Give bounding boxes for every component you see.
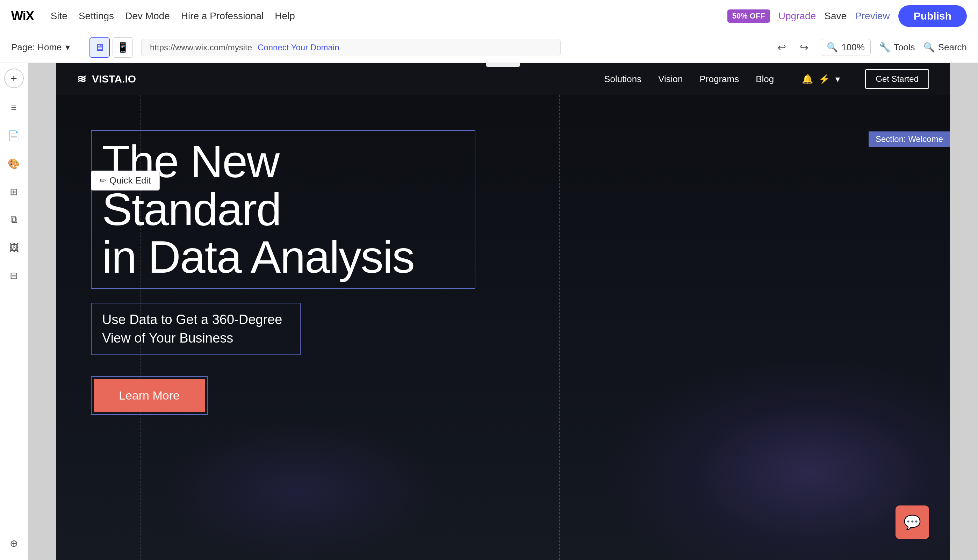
zoom-control[interactable]: 🔍 100% — [821, 39, 871, 56]
undo-redo-group: ↩ ↪ — [773, 39, 812, 56]
pencil-icon: ✏ — [100, 176, 106, 185]
mobile-icon: 📱 — [117, 42, 129, 53]
hero-cta-button[interactable]: Learn More — [94, 379, 205, 412]
chevron-up-icon: ▲ — [500, 63, 506, 65]
sidebar-item-layers[interactable]: ⊕ — [3, 532, 25, 554]
connect-domain-link[interactable]: Connect Your Domain — [258, 43, 339, 52]
hero-glow-effect-2 — [161, 420, 440, 560]
sidebar-item-data[interactable]: ⊟ — [3, 264, 25, 287]
plus-icon: + — [10, 72, 17, 85]
search-label: Search — [938, 42, 967, 53]
dropdown-icon[interactable]: ▾ — [835, 74, 840, 85]
device-buttons: 🖥 📱 — [90, 37, 133, 58]
top-toolbar: WiX Site Settings Dev Mode Hire a Profes… — [0, 0, 978, 32]
save-button[interactable]: Save — [824, 10, 846, 22]
site-nav: ≋ VISTA.IO Solutions Vision Programs Blo… — [56, 63, 950, 95]
hero-title-box[interactable]: The New Standardin Data Analysis — [91, 130, 475, 289]
site-nav-links: Solutions Vision Programs Blog 🔔 ⚡ ▾ Get… — [604, 69, 929, 89]
sidebar-item-apps[interactable]: ⊞ — [3, 180, 25, 203]
wix-logo: WiX — [11, 9, 34, 23]
hero-subtitle-box[interactable]: Use Data to Get a 360-DegreeView of Your… — [91, 303, 301, 355]
add-elements-button[interactable]: + — [4, 68, 24, 88]
discount-badge: 50% OFF — [727, 10, 770, 23]
notification-icon[interactable]: 🔔 — [802, 74, 813, 85]
site-nav-icons: 🔔 ⚡ ▾ — [802, 74, 840, 85]
get-started-button[interactable]: Get Started — [865, 69, 929, 89]
tools-label: Tools — [894, 42, 915, 53]
data-icon: ⊟ — [10, 270, 18, 282]
sidebar-bottom: ⊕ — [3, 532, 25, 554]
nav-blog[interactable]: Blog — [756, 74, 774, 85]
search-icon: 🔍 — [923, 42, 935, 53]
nav-programs[interactable]: Programs — [700, 74, 739, 85]
mobile-device-btn[interactable]: 📱 — [113, 37, 133, 58]
logo-icon: ≋ — [77, 72, 86, 86]
nav-solutions[interactable]: Solutions — [604, 74, 641, 85]
sidebar-item-widgets[interactable]: ⧉ — [3, 208, 25, 231]
website-canvas: ▲ ≋ VISTA.IO Solutions Vision Programs B… — [56, 63, 950, 560]
nav-site[interactable]: Site — [51, 10, 67, 22]
hero-cta-box: Learn More — [91, 376, 208, 415]
nav-settings[interactable]: Settings — [78, 10, 114, 22]
layers-icon: ⊕ — [10, 538, 18, 549]
widgets-icon: ⧉ — [10, 214, 17, 225]
toolbar-right: 50% OFF Upgrade Save Preview Publish — [727, 5, 967, 27]
pages-icon: 📄 — [8, 130, 20, 142]
toolbar-controls-right: ↩ ↪ 🔍 100% 🔧 Tools 🔍 Search — [773, 39, 967, 56]
left-sidebar: + ≡ 📄 🎨 ⊞ ⧉ 🖼 ⊟ ⊕ — [0, 63, 28, 560]
url-bar: https://www.wix.com/mysite Connect Your … — [141, 39, 561, 56]
quick-edit-button[interactable]: ✏ Quick Edit — [91, 171, 160, 190]
guide-line-right — [559, 95, 950, 560]
redo-button[interactable]: ↪ — [796, 39, 812, 56]
hero-section: ✏ Quick Edit The New Standardin Data Ana… — [56, 95, 950, 560]
nav-vision[interactable]: Vision — [658, 74, 683, 85]
flash-icon[interactable]: ⚡ — [819, 74, 830, 85]
logo-text: VISTA.IO — [92, 73, 136, 85]
page-label: Page: Home — [11, 42, 62, 53]
upgrade-link[interactable]: Upgrade — [778, 10, 816, 22]
page-selector[interactable]: Page: Home ▾ — [11, 42, 81, 53]
tools-button[interactable]: 🔧 Tools — [879, 42, 915, 53]
nav-hire[interactable]: Hire a Professional — [181, 10, 264, 22]
nav-devmode[interactable]: Dev Mode — [125, 10, 170, 22]
design-icon: 🎨 — [8, 158, 20, 170]
hero-subtitle: Use Data to Get a 360-DegreeView of Your… — [102, 310, 290, 347]
media-icon: 🖼 — [9, 242, 19, 253]
publish-button[interactable]: Publish — [898, 5, 967, 27]
url-text: https://www.wix.com/mysite — [150, 43, 252, 52]
hero-title: The New Standardin Data Analysis — [102, 138, 464, 281]
sidebar-item-pages[interactable]: 📄 — [3, 125, 25, 147]
tools-icon: 🔧 — [879, 42, 890, 53]
toolbar-nav: Site Settings Dev Mode Hire a Profession… — [51, 10, 295, 22]
canvas-area: ▲ ≋ VISTA.IO Solutions Vision Programs B… — [28, 63, 978, 560]
search-button[interactable]: 🔍 Search — [923, 42, 967, 53]
sidebar-item-menu[interactable]: ≡ — [3, 97, 25, 119]
preview-button[interactable]: Preview — [855, 10, 890, 22]
section-label: Section: Welcome — [869, 132, 950, 147]
menu-icon: ≡ — [11, 102, 17, 113]
site-logo: ≋ VISTA.IO — [77, 72, 136, 86]
sidebar-item-design[interactable]: 🎨 — [3, 152, 25, 175]
desktop-icon: 🖥 — [95, 42, 105, 53]
desktop-device-btn[interactable]: 🖥 — [90, 37, 110, 58]
chat-button[interactable]: 💬 — [896, 505, 929, 539]
collapse-handle[interactable]: ▲ — [486, 63, 520, 67]
nav-help[interactable]: Help — [275, 10, 295, 22]
apps-icon: ⊞ — [10, 186, 18, 198]
second-toolbar: Page: Home ▾ 🖥 📱 https://www.wix.com/mys… — [0, 32, 978, 63]
chat-icon: 💬 — [903, 514, 921, 531]
sidebar-item-media[interactable]: 🖼 — [3, 236, 25, 259]
quick-edit-label: Quick Edit — [109, 175, 151, 186]
zoom-icon: 🔍 — [826, 42, 838, 53]
zoom-value: 100% — [841, 42, 865, 53]
undo-button[interactable]: ↩ — [773, 39, 790, 56]
chevron-down-icon: ▾ — [65, 42, 70, 53]
